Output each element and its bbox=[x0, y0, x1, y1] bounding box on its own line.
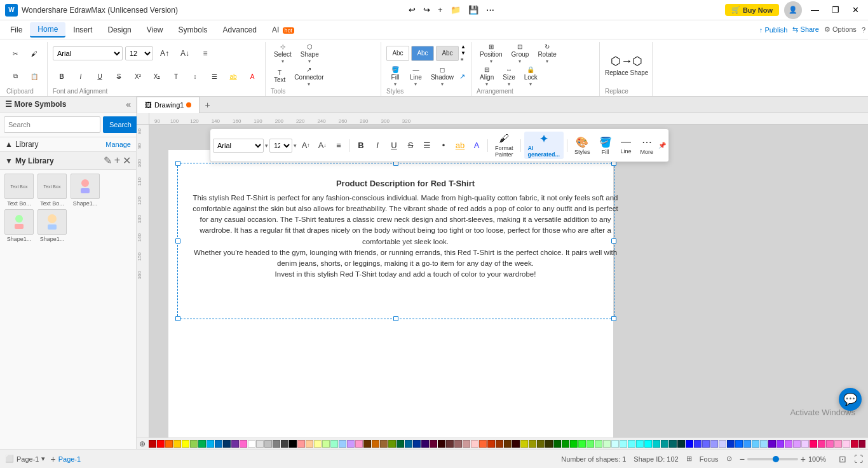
paste-btn[interactable]: 📋 bbox=[25, 67, 43, 85]
ft-pin-btn[interactable]: 📌 bbox=[658, 142, 666, 149]
resize-handle-tl[interactable] bbox=[175, 161, 180, 166]
ft-more-btn[interactable]: ⋯ More bbox=[637, 135, 658, 156]
color-swatch[interactable] bbox=[297, 440, 305, 448]
shape-btn[interactable]: ⬡Shape▾ bbox=[297, 45, 322, 62]
color-swatch[interactable] bbox=[438, 440, 445, 448]
color-swatch[interactable] bbox=[653, 440, 660, 448]
color-swatch[interactable] bbox=[190, 440, 198, 448]
color-swatch[interactable] bbox=[231, 440, 239, 448]
highlight-btn[interactable]: ab bbox=[224, 67, 242, 85]
text-style-btn[interactable]: T bbox=[167, 67, 185, 85]
color-swatch[interactable] bbox=[380, 440, 388, 448]
group-btn[interactable]: ⊡Group▾ bbox=[508, 45, 532, 62]
color-swatch[interactable] bbox=[859, 440, 865, 448]
chatbot-bubble[interactable]: 💬 bbox=[839, 388, 862, 411]
select-btn[interactable]: ⊹Select▾ bbox=[271, 45, 295, 62]
color-swatch[interactable] bbox=[776, 440, 784, 448]
color-swatch[interactable] bbox=[339, 440, 346, 448]
fit-page-btn[interactable]: ⊡ bbox=[839, 454, 846, 464]
color-swatch[interactable] bbox=[785, 440, 792, 448]
undo-btn[interactable]: ↩ bbox=[406, 4, 418, 16]
styles-up[interactable]: ▲ bbox=[461, 44, 466, 50]
copy-btn[interactable]: ⧉ bbox=[6, 67, 24, 85]
ft-list-btn[interactable]: ☰ bbox=[419, 138, 435, 153]
color-swatch[interactable] bbox=[149, 440, 156, 448]
page-dropdown-arrow[interactable]: ▾ bbox=[41, 455, 45, 463]
my-library-close-btn[interactable]: ✕ bbox=[123, 155, 131, 167]
library-expand-icon[interactable]: ▲ bbox=[5, 140, 13, 149]
replace-shape-label[interactable]: Replace Shape bbox=[605, 69, 648, 76]
font-family-select[interactable]: Arial bbox=[53, 46, 123, 60]
align-btn[interactable]: ≡ bbox=[196, 45, 214, 62]
list-item[interactable]: Shape1... bbox=[37, 209, 67, 242]
color-swatch[interactable] bbox=[768, 440, 776, 448]
color-swatch[interactable] bbox=[826, 440, 834, 448]
color-swatch[interactable] bbox=[545, 440, 553, 448]
list-btn[interactable]: ☰ bbox=[205, 67, 223, 85]
color-swatch[interactable] bbox=[793, 440, 801, 448]
color-swatch[interactable] bbox=[182, 440, 189, 448]
color-swatch[interactable] bbox=[273, 440, 280, 448]
shadow-btn[interactable]: ◻Shadow▾ bbox=[428, 68, 457, 86]
publish-btn[interactable]: ↑ Publish bbox=[759, 26, 788, 34]
color-swatch[interactable] bbox=[628, 440, 635, 448]
ft-ai-btn[interactable]: ✦ AI generated... bbox=[524, 132, 564, 159]
color-swatch[interactable] bbox=[496, 440, 503, 448]
size-btn[interactable]: ↔Size▾ bbox=[499, 67, 518, 85]
color-swatch[interactable] bbox=[405, 440, 412, 448]
list-item[interactable]: Text Box Text Bo... bbox=[37, 174, 67, 207]
close-btn[interactable]: ✕ bbox=[848, 4, 863, 16]
color-swatch[interactable] bbox=[570, 440, 578, 448]
align-btn2[interactable]: ⊟Align▾ bbox=[477, 67, 497, 85]
focus-label[interactable]: Focus bbox=[700, 455, 719, 463]
my-library-edit-btn[interactable]: ✎ bbox=[104, 155, 112, 167]
styles-more[interactable]: ≡ bbox=[461, 57, 466, 62]
color-swatch[interactable] bbox=[487, 440, 495, 448]
style-preview-2[interactable]: Abc bbox=[411, 46, 434, 61]
color-swatch[interactable] bbox=[727, 440, 735, 448]
ft-font-color-btn[interactable]: A bbox=[469, 138, 484, 153]
options-btn[interactable]: ⚙ Options bbox=[824, 25, 857, 34]
color-swatch[interactable] bbox=[694, 440, 702, 448]
search-button[interactable]: Search bbox=[103, 116, 138, 133]
selected-text-box[interactable]: Arial ▾ 12 ▾ A↑ A↓ ≡ B I U S ☰ • bbox=[177, 163, 614, 319]
menu-design[interactable]: Design bbox=[100, 23, 139, 37]
color-swatch[interactable] bbox=[595, 440, 602, 448]
color-swatch[interactable] bbox=[240, 440, 247, 448]
redo-btn[interactable]: ↪ bbox=[421, 4, 433, 16]
color-swatch[interactable] bbox=[587, 440, 594, 448]
resize-handle-bl[interactable] bbox=[175, 316, 180, 321]
color-swatch[interactable] bbox=[289, 440, 297, 448]
color-swatch[interactable] bbox=[421, 440, 429, 448]
color-picker-btn[interactable]: ⊕ bbox=[139, 439, 146, 448]
color-swatch[interactable] bbox=[644, 440, 652, 448]
active-page-tab[interactable]: Page-1 bbox=[58, 455, 81, 463]
color-swatch[interactable] bbox=[314, 440, 322, 448]
subscript-btn[interactable]: X₂ bbox=[148, 67, 166, 85]
color-swatch[interactable] bbox=[810, 440, 817, 448]
maximize-btn[interactable]: ❐ bbox=[828, 4, 843, 16]
color-swatch[interactable] bbox=[818, 440, 825, 448]
color-swatch[interactable] bbox=[562, 440, 569, 448]
color-swatch[interactable] bbox=[603, 440, 611, 448]
color-swatch[interactable] bbox=[363, 440, 371, 448]
color-swatch[interactable] bbox=[207, 440, 214, 448]
list-item[interactable]: Shape1... bbox=[4, 209, 34, 242]
help-btn[interactable]: ? bbox=[862, 26, 865, 34]
strikethrough-btn[interactable]: S bbox=[110, 67, 128, 85]
style-preview-3[interactable]: Abc bbox=[436, 46, 459, 61]
ft-line-btn[interactable]: — Line bbox=[617, 135, 635, 156]
color-swatch[interactable] bbox=[752, 440, 759, 448]
color-swatch[interactable] bbox=[248, 440, 255, 448]
color-swatch[interactable] bbox=[223, 440, 231, 448]
canvas-content[interactable]: Arial ▾ 12 ▾ A↑ A↓ ≡ B I U S ☰ • bbox=[149, 125, 868, 449]
color-swatch[interactable] bbox=[719, 440, 726, 448]
color-swatch[interactable] bbox=[537, 440, 545, 448]
ft-size-select[interactable]: 12 bbox=[269, 139, 292, 153]
color-swatch[interactable] bbox=[669, 440, 677, 448]
increase-font-btn[interactable]: A↑ bbox=[156, 45, 173, 62]
share-btn[interactable]: ⇆ Share bbox=[792, 25, 818, 34]
color-swatch[interactable] bbox=[355, 440, 363, 448]
color-swatch[interactable] bbox=[851, 440, 858, 448]
manage-link[interactable]: Manage bbox=[105, 141, 131, 148]
